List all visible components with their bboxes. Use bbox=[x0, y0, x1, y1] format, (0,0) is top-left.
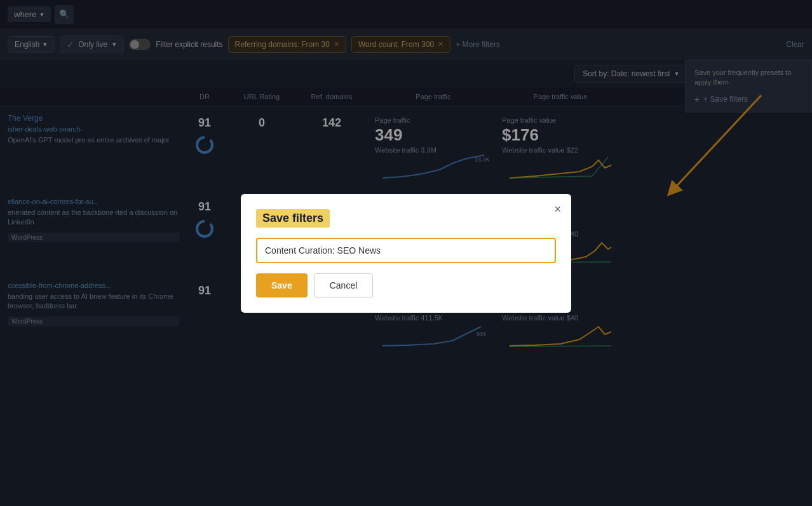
save-filters-modal: × Save filters Save Cancel bbox=[241, 194, 571, 313]
filter-name-input[interactable] bbox=[256, 238, 556, 263]
modal-save-button[interactable]: Save bbox=[256, 273, 308, 297]
modal-overlay: × Save filters Save Cancel bbox=[0, 0, 812, 506]
modal-title: Save filters bbox=[256, 209, 330, 228]
modal-cancel-button[interactable]: Cancel bbox=[314, 273, 374, 297]
modal-actions: Save Cancel bbox=[256, 273, 556, 297]
modal-close-button[interactable]: × bbox=[554, 203, 561, 216]
